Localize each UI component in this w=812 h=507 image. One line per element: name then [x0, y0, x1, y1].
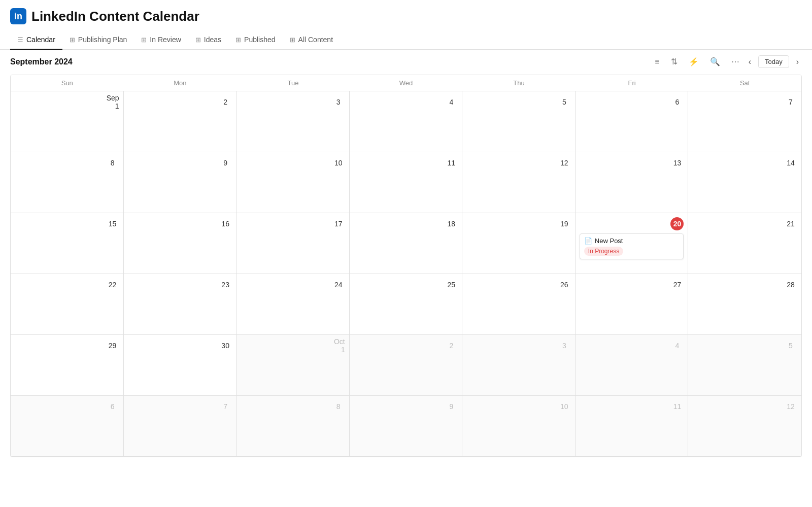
day-header-wed: Wed: [350, 75, 463, 91]
cell-date-label: 9: [219, 156, 232, 170]
calendar-cell[interactable]: 5: [462, 91, 576, 152]
cell-date-label: 14: [784, 156, 797, 170]
calendar-cell[interactable]: 21: [688, 213, 801, 274]
cell-date-label: 8: [332, 400, 345, 413]
calendar-cell[interactable]: 3: [462, 335, 576, 396]
calendar-cell[interactable]: 25: [350, 274, 463, 335]
tab-ideas[interactable]: ⊞Ideas: [188, 30, 228, 50]
cell-date-label: Sep 1: [106, 95, 119, 109]
cell-date-label: 28: [784, 278, 797, 291]
calendar-cell[interactable]: 10: [236, 152, 350, 213]
calendar-cell[interactable]: 12: [462, 152, 576, 213]
calendar-cell[interactable]: 2: [350, 335, 463, 396]
calendar-cell[interactable]: 17: [236, 213, 350, 274]
calendar-cell[interactable]: 10: [462, 396, 576, 457]
tab-label-published: Published: [244, 36, 276, 44]
cell-date-label: 30: [219, 339, 232, 352]
cell-date-label: 15: [106, 217, 119, 230]
calendar-cell[interactable]: 16: [124, 213, 237, 274]
month-year-label: September 2024: [10, 57, 73, 66]
cell-date-label: 3: [332, 95, 345, 109]
calendar-cell[interactable]: 14: [688, 152, 801, 213]
calendar-cell[interactable]: 20📄New PostIn Progress: [576, 213, 689, 274]
cell-date-label: 5: [558, 95, 571, 109]
calendar-cell[interactable]: 24: [236, 274, 350, 335]
day-headers: SunMonTueWedThuFriSat: [11, 75, 801, 91]
tab-icon-publishing-plan: ⊞: [70, 36, 75, 44]
calendar-cell[interactable]: 12: [688, 396, 801, 457]
tab-all-content[interactable]: ⊞All Content: [283, 30, 340, 50]
tab-label-all-content: All Content: [298, 36, 333, 44]
calendar-cell[interactable]: 18: [350, 213, 463, 274]
calendar-cell[interactable]: 7: [688, 91, 801, 152]
calendar-cell[interactable]: 22: [11, 274, 124, 335]
cell-date-label: 17: [332, 217, 345, 230]
calendar-cell[interactable]: 7: [124, 396, 237, 457]
calendar-cell[interactable]: 11: [576, 396, 689, 457]
tab-icon-ideas: ⊞: [195, 36, 201, 44]
cell-date-label: 10: [332, 156, 345, 170]
cell-date-label: 16: [219, 217, 232, 230]
calendar-cell[interactable]: 26: [462, 274, 576, 335]
cell-date-label: Oct 1: [332, 339, 345, 352]
cell-date-label: 11: [670, 400, 684, 413]
prev-month-button[interactable]: ‹: [746, 55, 754, 69]
cell-date-label: 4: [445, 95, 458, 109]
calendar-cell[interactable]: 4: [576, 335, 689, 396]
tab-label-in-review: In Review: [150, 36, 181, 44]
calendar-cell[interactable]: 3: [236, 91, 350, 152]
filter-icon[interactable]: ≡: [653, 55, 661, 69]
calendar-cell[interactable]: Oct 1: [236, 335, 350, 396]
cell-date-label: 24: [332, 278, 345, 291]
cell-date-label: 12: [784, 400, 797, 413]
cell-date-label: 10: [558, 400, 571, 413]
calendar-cell[interactable]: 9: [124, 152, 237, 213]
day-header-thu: Thu: [462, 75, 576, 91]
calendar-cell[interactable]: 29: [11, 335, 124, 396]
cell-date-label: 11: [445, 156, 458, 170]
calendar-cell[interactable]: 5: [688, 335, 801, 396]
cell-date-label: 25: [445, 278, 458, 291]
tab-label-ideas: Ideas: [204, 36, 221, 44]
today-button[interactable]: Today: [758, 55, 789, 68]
calendar-cell[interactable]: 11: [350, 152, 463, 213]
tab-published[interactable]: ⊞Published: [228, 30, 283, 50]
calendar-cell[interactable]: 2: [124, 91, 237, 152]
cell-date-label: 9: [445, 400, 458, 413]
tab-publishing-plan[interactable]: ⊞Publishing Plan: [62, 30, 134, 50]
search-icon[interactable]: 🔍: [708, 55, 722, 69]
calendar-cell[interactable]: 6: [11, 396, 124, 457]
cell-date-label: 5: [784, 339, 797, 352]
calendar-cell[interactable]: 19: [462, 213, 576, 274]
next-month-button[interactable]: ›: [793, 55, 802, 69]
calendar-cell[interactable]: 27: [576, 274, 689, 335]
tab-in-review[interactable]: ⊞In Review: [134, 30, 188, 50]
tab-icon-in-review: ⊞: [141, 36, 147, 44]
event-card[interactable]: 📄New PostIn Progress: [580, 233, 684, 259]
day-header-mon: Mon: [124, 75, 237, 91]
calendar-cell[interactable]: 15: [11, 213, 124, 274]
event-status-badge: In Progress: [584, 247, 623, 256]
cell-date-label: 2: [219, 95, 232, 109]
cell-date-label: 26: [558, 278, 571, 291]
calendar-cell[interactable]: 8: [236, 396, 350, 457]
calendar-cell[interactable]: 13: [576, 152, 689, 213]
more-icon[interactable]: ⋯: [729, 55, 741, 69]
lightning-icon[interactable]: ⚡: [687, 55, 701, 69]
cell-date-label: 2: [445, 339, 458, 352]
calendar-cell[interactable]: 28: [688, 274, 801, 335]
calendar-cell[interactable]: 30: [124, 335, 237, 396]
calendar-cell[interactable]: 23: [124, 274, 237, 335]
sort-icon[interactable]: ⇅: [669, 55, 680, 69]
calendar-cell[interactable]: 9: [350, 396, 463, 457]
calendar-cell[interactable]: 6: [576, 91, 689, 152]
tab-calendar[interactable]: ☰Calendar: [10, 30, 62, 50]
calendar-cell[interactable]: 8: [11, 152, 124, 213]
today-date-badge: 20: [670, 217, 684, 230]
cell-date-label: 13: [670, 156, 684, 170]
cell-date-label: 21: [784, 217, 797, 230]
page-title: LinkedIn Content Calendar: [31, 9, 199, 24]
cell-date-label: 23: [219, 278, 232, 291]
calendar-cell[interactable]: 4: [350, 91, 463, 152]
calendar-cell[interactable]: Sep 1: [11, 91, 124, 152]
